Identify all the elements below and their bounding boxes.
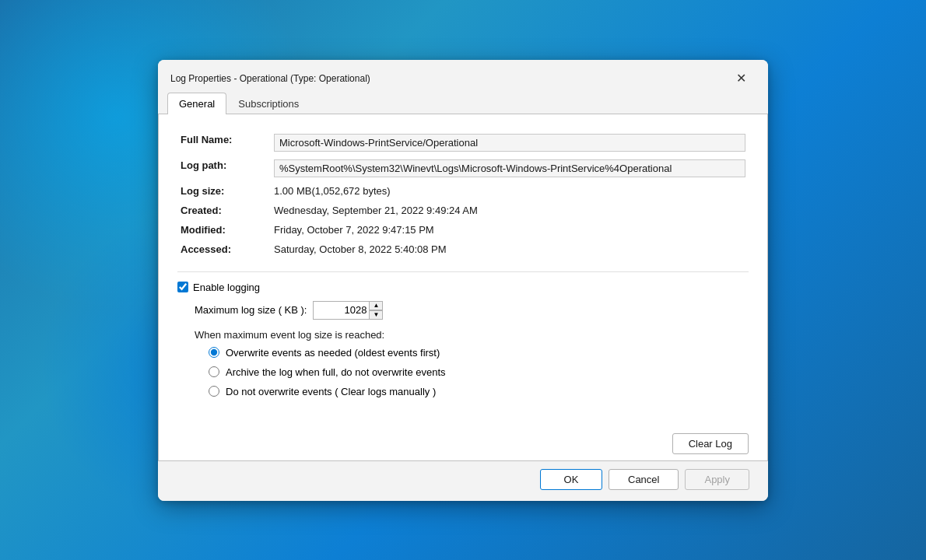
tab-general[interactable]: General [167,93,226,114]
radio-overwrite[interactable] [209,347,219,358]
radio-row-overwrite: Overwrite events as needed (oldest event… [209,347,749,359]
accessed-label: Accessed: [181,243,231,255]
section-divider [177,271,749,272]
modified-label: Modified: [181,224,226,236]
spinner-down-button[interactable]: ▼ [369,310,383,320]
log-size-label: Log size: [181,185,224,197]
title-bar: Log Properties - Operational (Type: Oper… [158,60,768,89]
apply-button[interactable]: Apply [685,469,749,490]
enable-logging-row: Enable logging [177,282,749,293]
tab-bar: General Subscriptions [158,93,768,114]
log-path-value: %SystemRoot%\System32\Winevt\Logs\Micros… [274,159,745,177]
accessed-row: Accessed: Saturday, October 8, 2022 5:40… [177,240,749,259]
clear-log-button[interactable]: Clear Log [672,433,749,454]
log-path-label: Log path: [181,159,226,171]
max-log-size-label: Maximum log size ( KB ): [195,304,307,316]
modified-row: Modified: Friday, October 7, 2022 9:47:1… [177,220,749,240]
dialog-content: Full Name: Microsoft-Windows-PrintServic… [158,114,768,425]
cancel-button[interactable]: Cancel [609,469,679,490]
log-properties-dialog: Log Properties - Operational (Type: Oper… [158,60,768,501]
radio-donotoverwrite-label[interactable]: Do not overwrite events ( Clear logs man… [226,386,436,397]
modified-value: Friday, October 7, 2022 9:47:15 PM [274,224,434,236]
log-size-input-wrap: ▲ ▼ [313,301,383,320]
log-size-spinner: ▲ ▼ [369,301,383,320]
accessed-value: Saturday, October 8, 2022 5:40:08 PM [274,243,447,255]
radio-row-archive: Archive the log when full, do not overwr… [209,366,749,378]
properties-table: Full Name: Microsoft-Windows-PrintServic… [177,130,749,259]
tab-subscriptions[interactable]: Subscriptions [226,93,310,114]
full-name-label: Full Name: [181,134,232,145]
radio-overwrite-label[interactable]: Overwrite events as needed (oldest event… [226,347,440,359]
log-path-row: Log path: %SystemRoot%\System32\Winevt\L… [177,156,749,181]
event-size-label: When maximum event log size is reached: [195,329,749,341]
overwrite-policy-group: Overwrite events as needed (oldest event… [209,347,749,397]
radio-row-donotoverwrite: Do not overwrite events ( Clear logs man… [209,386,749,397]
clear-log-area: Clear Log [158,425,768,460]
log-size-row: Log size: 1.00 MB(1,052,672 bytes) [177,181,749,201]
dialog-footer: OK Cancel Apply [158,460,768,501]
radio-donotoverwrite[interactable] [209,386,219,397]
created-label: Created: [181,205,222,216]
radio-archive[interactable] [209,366,219,377]
max-log-size-row: Maximum log size ( KB ): ▲ ▼ [195,301,749,320]
spinner-up-button[interactable]: ▲ [369,301,383,310]
enable-logging-checkbox[interactable] [177,282,188,292]
full-name-value: Microsoft-Windows-PrintService/Operation… [274,134,745,152]
close-button[interactable]: ✕ [723,66,759,91]
created-row: Created: Wednesday, September 21, 2022 9… [177,201,749,220]
log-size-value: 1.00 MB(1,052,672 bytes) [274,185,391,197]
ok-button[interactable]: OK [540,469,602,490]
radio-archive-label[interactable]: Archive the log when full, do not overwr… [226,366,446,378]
full-name-row: Full Name: Microsoft-Windows-PrintServic… [177,130,749,156]
created-value: Wednesday, September 21, 2022 9:49:24 AM [274,205,478,216]
enable-logging-label[interactable]: Enable logging [193,282,260,293]
dialog-title: Log Properties - Operational (Type: Oper… [170,73,370,84]
